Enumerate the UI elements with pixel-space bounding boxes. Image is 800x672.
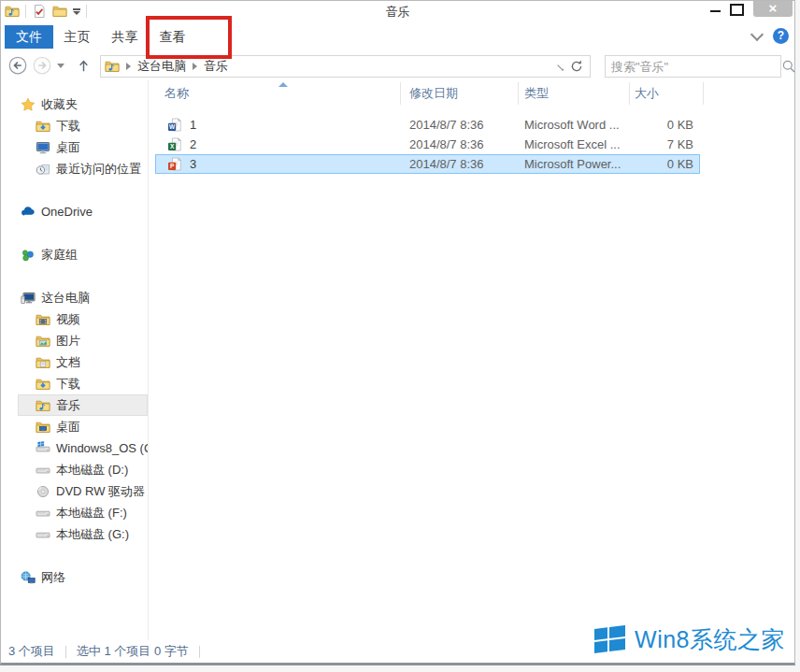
sidebar-item-drive-f[interactable]: 本地磁盘 (F:) [18, 502, 148, 523]
sidebar-item-onedrive[interactable]: OneDrive [18, 201, 148, 222]
ribbon-tab-row: 文件 主页 共享 查看 ? [1, 21, 794, 51]
word-file-icon [167, 118, 182, 133]
drive-icon [36, 463, 50, 478]
monitor-icon [36, 140, 50, 155]
search-icon[interactable] [781, 59, 796, 74]
this-pc-icon [21, 291, 36, 306]
tab-share[interactable]: 共享 [101, 25, 149, 49]
sidebar-item-recent-places[interactable]: 最近访问的位置 [18, 158, 148, 179]
maximize-button[interactable] [730, 4, 744, 16]
column-header-type[interactable]: 类型 [524, 80, 549, 105]
tab-file[interactable]: 文件 [5, 25, 53, 49]
sidebar-item-videos[interactable]: 视频 [18, 308, 148, 330]
drive-windows-icon [36, 441, 50, 456]
sidebar-item-this-pc[interactable]: 这台电脑 [18, 287, 148, 308]
folder-document-icon [36, 355, 50, 370]
breadcrumb-chevron-icon[interactable] [126, 63, 131, 70]
column-separator[interactable] [400, 82, 401, 105]
back-button-icon[interactable] [8, 56, 27, 75]
drive-icon [36, 506, 50, 521]
folder-download-icon [36, 119, 50, 134]
column-header-date[interactable]: 修改日期 [409, 80, 458, 105]
onedrive-cloud-icon [21, 205, 36, 220]
up-one-level-icon[interactable] [76, 58, 92, 74]
sidebar-item-dvd-e[interactable]: DVD RW 驱动器 (E: [18, 480, 148, 502]
sidebar-item-music[interactable]: 音乐 [18, 394, 148, 416]
location-folder-icon [105, 59, 120, 74]
breadcrumb-this-pc[interactable]: 这台电脑 [137, 58, 186, 75]
recent-places-icon [36, 162, 50, 177]
sort-ascending-icon [279, 82, 288, 87]
recent-locations-dropdown-icon[interactable] [57, 64, 64, 68]
navigation-pane: 收藏夹 下载 桌面 最近访问的位置 OneDrive 家庭组 这台电脑 视频 图… [1, 80, 148, 640]
tab-home[interactable]: 主页 [53, 25, 101, 49]
main-area: 收藏夹 下载 桌面 最近访问的位置 OneDrive 家庭组 这台电脑 视频 图… [1, 80, 794, 640]
window-title: 音乐 [1, 4, 794, 21]
help-icon[interactable]: ? [773, 28, 789, 44]
title-bar: 音乐 × [1, 1, 794, 21]
sidebar-item-drive-c[interactable]: Windows8_OS (C:) [18, 437, 148, 459]
sidebar-item-network[interactable]: 网络 [18, 566, 148, 588]
folder-picture-icon [36, 334, 50, 349]
powerpoint-file-icon [167, 157, 182, 172]
sidebar-item-favorites-downloads[interactable]: 下载 [18, 115, 148, 136]
minimize-button[interactable] [710, 10, 721, 12]
network-icon [21, 570, 36, 585]
sidebar-item-documents[interactable]: 文档 [18, 351, 148, 373]
refresh-button[interactable] [564, 55, 591, 78]
file-row-2[interactable]: 2 2014/8/7 8:36 Microsoft Excel ... 7 KB [155, 135, 700, 154]
refresh-icon [569, 59, 584, 74]
pane-divider[interactable] [148, 80, 149, 640]
column-header-size[interactable]: 大小 [635, 80, 659, 105]
forward-button-icon[interactable] [33, 56, 51, 75]
watermark-text: Win8系统之家 [635, 624, 785, 655]
view-tab-red-highlight [146, 16, 232, 59]
file-list-pane: 名称 修改日期 类型 大小 1 2014/8/7 8:36 Microsoft … [155, 80, 791, 640]
excel-file-icon [167, 137, 182, 152]
column-separator[interactable] [518, 82, 519, 105]
sidebar-item-desktop[interactable]: 桌面 [18, 416, 148, 437]
column-headers: 名称 修改日期 类型 大小 [155, 80, 791, 105]
file-row-3-selected[interactable]: 3 2014/8/7 8:36 Microsoft Power... 0 KB [155, 154, 700, 174]
address-bar-row: 这台电脑 音乐 [1, 50, 794, 81]
sidebar-item-homegroup[interactable]: 家庭组 [18, 244, 148, 265]
status-divider [199, 646, 200, 658]
column-separator[interactable] [703, 82, 704, 105]
star-icon [21, 97, 36, 112]
sidebar-item-favorites[interactable]: 收藏夹 [18, 93, 148, 115]
drive-icon [36, 527, 50, 542]
folder-desktop-icon [36, 420, 50, 435]
homegroup-icon [21, 248, 36, 263]
sidebar-item-pictures[interactable]: 图片 [18, 330, 148, 351]
folder-download-icon [36, 377, 50, 392]
window-controls: × [710, 1, 793, 17]
status-selection: 选中 1 个项目 0 字节 [77, 643, 189, 660]
file-row-1[interactable]: 1 2014/8/7 8:36 Microsoft Word ... 0 KB [155, 115, 700, 135]
search-box[interactable] [605, 55, 781, 78]
breadcrumb-music[interactable]: 音乐 [204, 58, 228, 75]
dvd-drive-icon [36, 484, 50, 499]
breadcrumb-chevron-icon[interactable] [193, 63, 197, 70]
windows-logo-icon [593, 625, 627, 655]
column-separator[interactable] [629, 82, 630, 105]
status-item-count: 3 个项目 [8, 643, 55, 660]
sidebar-item-downloads[interactable]: 下载 [18, 373, 148, 394]
sidebar-item-drive-g[interactable]: 本地磁盘 (G:) [18, 523, 148, 545]
search-input[interactable] [606, 60, 781, 74]
watermark: Win8系统之家 [592, 622, 787, 657]
expand-ribbon-icon[interactable] [750, 27, 764, 40]
folder-video-icon [36, 312, 50, 327]
explorer-window: 音乐 × 文件 主页 共享 查看 ? 这台电脑 音乐 [0, 0, 795, 665]
sidebar-item-favorites-desktop[interactable]: 桌面 [18, 136, 148, 158]
column-header-name[interactable]: 名称 [164, 80, 189, 105]
folder-music-icon [36, 398, 50, 413]
sidebar-item-drive-d[interactable]: 本地磁盘 (D:) [18, 459, 148, 480]
status-divider [65, 646, 66, 658]
close-button[interactable]: × [753, 1, 793, 17]
screenshot: 音乐 × 文件 主页 共享 查看 ? 这台电脑 音乐 [0, 0, 800, 672]
